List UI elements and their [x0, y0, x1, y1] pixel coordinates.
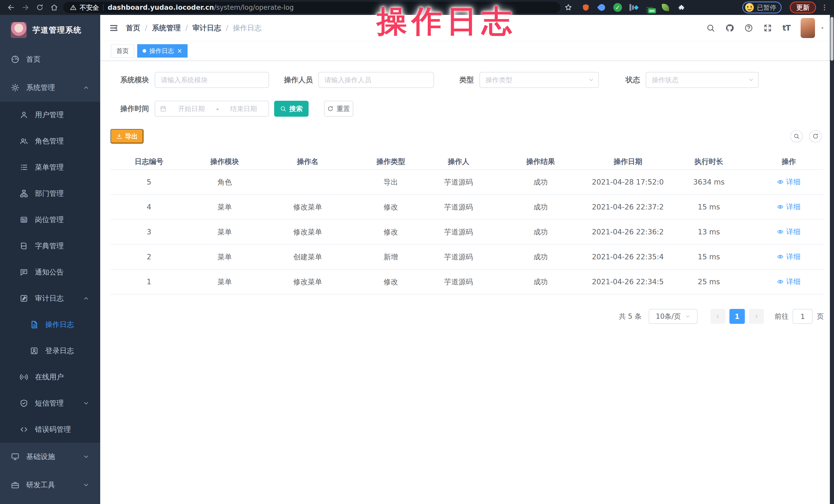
cell: 修改菜单 [262, 269, 354, 294]
columns-ext-icon[interactable] [629, 3, 638, 12]
sidebar-item-home[interactable]: 首页 [0, 45, 100, 73]
eye-icon [777, 228, 784, 235]
next-page-button[interactable] [749, 309, 764, 324]
sidebar-item-user[interactable]: 用户管理 [0, 102, 100, 128]
cell: 2021-04-26 22:34:58 [592, 269, 664, 294]
detail-link-label: 详细 [786, 252, 800, 262]
sidebar-item-menu[interactable]: 菜单管理 [0, 154, 100, 180]
status-label: 状态 [619, 75, 640, 85]
detail-link[interactable]: 详细 [777, 177, 800, 187]
breadcrumb-separator: / [145, 24, 147, 32]
font-size-icon[interactable]: tT [782, 23, 790, 32]
date-range-picker[interactable]: 开始日期 - 结束日期 [155, 101, 269, 117]
help-icon[interactable] [744, 24, 753, 32]
bookmark-star-icon[interactable] [563, 2, 574, 13]
sidebar-item-label: 系统管理 [26, 83, 55, 92]
search-button[interactable]: 搜索 [274, 101, 309, 117]
sidebar-item-dept[interactable]: 部门管理 [0, 180, 100, 206]
type-select[interactable]: 操作类型 [479, 72, 599, 88]
sidebar-item-dict[interactable]: 字典管理 [0, 233, 100, 259]
reset-button[interactable]: 重置 [324, 101, 353, 117]
export-button[interactable]: 导出 [110, 129, 144, 144]
sidebar-item-role[interactable]: 角色管理 [0, 128, 100, 154]
cell-action: 详细 [754, 170, 824, 195]
detail-link[interactable]: 详细 [777, 227, 800, 237]
column-header-操作类型: 操作类型 [354, 154, 428, 170]
cell-action: 详细 [754, 195, 824, 219]
cell: 15 ms [664, 195, 754, 219]
check-ext-icon[interactable]: ✓ [613, 3, 622, 12]
sidebar-item-error-code[interactable]: 错误码管理 [0, 416, 100, 443]
security-label: 不安全 [80, 3, 99, 12]
browser-menu-kebab-icon[interactable] [821, 4, 828, 11]
switch-ext-icon[interactable]: on [645, 3, 654, 12]
sidebar-item-system[interactable]: 系统管理 [0, 73, 100, 102]
scrollbar-thumb[interactable] [830, 17, 833, 61]
browser-home-button[interactable] [49, 2, 60, 13]
status-select[interactable]: 操作状态 [646, 72, 759, 88]
sidebar-item-infra[interactable]: 基础设施 [0, 443, 100, 471]
detail-link[interactable]: 详细 [777, 252, 800, 262]
avatar[interactable] [800, 18, 815, 38]
font-size-icon: tT [782, 23, 790, 32]
goto-page-input[interactable] [793, 309, 813, 324]
sidebar-item-label: 通知公告 [35, 267, 64, 277]
browser-forward-button[interactable] [20, 2, 31, 13]
sidebar-item-sms[interactable]: 短信管理 [0, 390, 100, 416]
dashboard-icon [11, 55, 20, 64]
sidebar-item-login-log[interactable]: 登录日志 [0, 338, 100, 364]
eye-icon [777, 254, 784, 260]
hamburger-icon[interactable] [109, 23, 119, 33]
close-icon[interactable]: × [177, 48, 182, 54]
page-size-select[interactable]: 10条/页 [649, 309, 698, 324]
github-icon[interactable] [725, 24, 734, 32]
table-row: 1菜单修改菜单修改芋道源码成功2021-04-26 22:34:5825 ms详… [110, 269, 824, 294]
chevron-down-icon [685, 313, 690, 319]
cell: 芋道源码 [428, 219, 489, 244]
puzzle-ext-icon[interactable] [677, 3, 686, 12]
operator-input[interactable] [319, 72, 434, 88]
search-icon[interactable] [706, 24, 715, 32]
sidebar-item-online-user[interactable]: 在线用户 [0, 364, 100, 390]
shield-ext-icon[interactable] [581, 3, 591, 12]
sidebar-item-label: 用户管理 [35, 110, 64, 120]
browser-update-button[interactable]: 更新 [790, 2, 816, 13]
detail-link[interactable]: 详细 [777, 277, 800, 287]
breadcrumb-item-1[interactable]: 首页 [126, 23, 140, 33]
security-chip[interactable]: 不安全 [70, 3, 99, 12]
browser-back-button[interactable] [6, 2, 17, 13]
detail-link[interactable]: 详细 [777, 202, 800, 212]
sidebar-item-post[interactable]: 岗位管理 [0, 206, 100, 233]
cell: 芋道源码 [428, 170, 489, 195]
sidebar-item-notice[interactable]: 通知公告 [0, 259, 100, 285]
refresh-table-button[interactable] [809, 130, 822, 143]
page-number-1[interactable]: 1 [729, 309, 745, 324]
message-icon [20, 268, 28, 277]
user-menu[interactable] [800, 18, 825, 38]
toggle-search-button[interactable] [790, 130, 803, 143]
leaf-ext-icon[interactable] [661, 3, 670, 12]
app-logo [11, 22, 27, 38]
browser-reload-button[interactable] [35, 2, 45, 13]
detail-link-label: 详细 [786, 277, 800, 287]
breadcrumb-item-2[interactable]: 系统管理 [152, 23, 181, 33]
drop-ext-icon[interactable] [597, 3, 607, 12]
sidebar-item-operate-log[interactable]: 操作日志 [0, 311, 100, 338]
eye-icon [777, 203, 784, 210]
sidebar-item-audit-log[interactable]: 审计日志 [0, 285, 100, 311]
tab-操作日志[interactable]: 操作日志× [137, 44, 188, 58]
module-input[interactable] [155, 72, 269, 88]
paused-extension-chip[interactable]: 已暂停 [742, 2, 782, 13]
prev-page-button[interactable] [710, 309, 725, 324]
app-logo-row[interactable]: 芋道管理系统 [0, 15, 100, 45]
cell: 成功 [489, 170, 592, 195]
cell: 修改 [354, 219, 428, 244]
breadcrumb-item-3[interactable]: 审计日志 [193, 23, 221, 33]
sidebar: 芋道管理系统 首页系统管理用户管理角色管理菜单管理部门管理岗位管理字典管理通知公… [0, 15, 100, 504]
sidebar-item-dev-tool[interactable]: 研发工具 [0, 471, 100, 499]
fullscreen-icon[interactable] [763, 24, 772, 32]
page-scrollbar[interactable] [830, 15, 834, 504]
operator-label: 操作人员 [274, 75, 313, 85]
tab-首页[interactable]: 首页 [111, 44, 134, 58]
filter-row-1: 系统模块 操作人员 类型 操作类型 状态 操作状态 [110, 72, 824, 88]
